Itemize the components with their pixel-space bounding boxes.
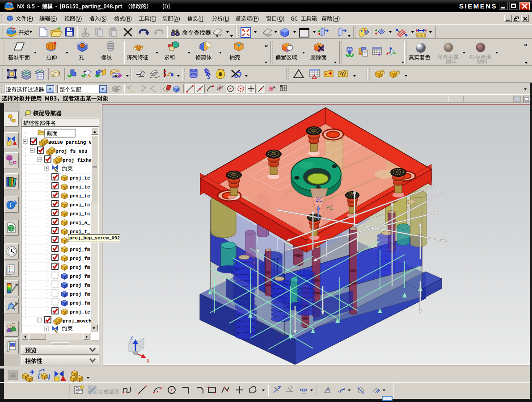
svg-text:!: ! (55, 169, 56, 172)
svg-text:proj_fm: proj_fm (70, 256, 90, 261)
svg-text:proj_fm: proj_fm (70, 301, 90, 306)
svg-text:proj_fm: proj_fm (70, 265, 90, 270)
svg-text:ABC: ABC (113, 74, 119, 77)
svg-text:BG150_parting_048: BG150_parting_048 (48, 140, 91, 145)
svg-text:proj_fm: proj_fm (70, 292, 90, 297)
svg-text:i: i (10, 202, 12, 209)
svg-text:proj_fm: proj_fm (70, 247, 90, 252)
svg-text:proj_tc: proj_tc (70, 211, 90, 217)
svg-text:proj_tc: proj_tc (70, 310, 90, 315)
svg-text:proj_movehalf: proj_movehalf (63, 318, 91, 324)
svg-text:proj_fm: proj_fm (70, 274, 90, 279)
svg-text:proj_tc: proj_tc (70, 184, 90, 190)
svg-text:proj_fixhalf_08: proj_fixhalf_08 (63, 158, 91, 163)
svg-text:!: ! (55, 330, 56, 333)
svg-text:proj_a_: proj_a_ (70, 220, 90, 226)
svg-text:proj_fs_083: proj_fs_083 (55, 149, 87, 154)
svg-text:proj_tc: proj_tc (70, 202, 90, 208)
svg-text:proj_tc: proj_tc (70, 176, 90, 181)
svg-text:proj_fm: proj_fm (70, 283, 90, 288)
svg-text:proj_tc: proj_tc (70, 193, 90, 199)
